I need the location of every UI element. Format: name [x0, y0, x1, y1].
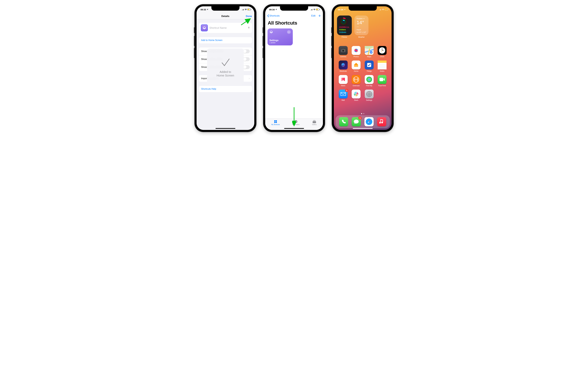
- screen: 09:34 Shortcuts Edit + All Shortcuts: [265, 6, 323, 130]
- location-icon: [363, 18, 365, 19]
- app-messages[interactable]: 5: [352, 117, 361, 126]
- badge: 5: [345, 89, 348, 92]
- app-icon: [352, 89, 361, 99]
- toggle-switch[interactable]: [243, 49, 250, 53]
- app-icon: 5: [339, 89, 348, 99]
- help-button[interactable]: Shortcuts Help: [199, 86, 252, 92]
- back-label: Shortcuts: [269, 14, 280, 17]
- svg-rect-37: [354, 65, 358, 67]
- svg-point-18: [345, 50, 345, 50]
- weather-widget[interactable]: Radlett 14° 〰 Haze H:23° L:12°: [354, 15, 368, 35]
- app-label: Camera: [340, 56, 346, 58]
- shortcut-card[interactable]: ••• Settings 1 action: [268, 28, 293, 45]
- svg-rect-6: [313, 120, 315, 121]
- app-facetime[interactable]: FaceTime: [376, 75, 389, 87]
- shortcut-glyph-icon[interactable]: [201, 24, 208, 31]
- page-dots[interactable]: [334, 113, 392, 114]
- app-label: Settings: [366, 99, 372, 101]
- app-news[interactable]: News: [337, 75, 350, 87]
- app-mail[interactable]: 5Mail: [337, 89, 350, 101]
- svg-point-36: [385, 50, 385, 51]
- app-find-my[interactable]: Find My: [363, 75, 376, 87]
- home-indicator[interactable]: [353, 128, 373, 129]
- home-indicator[interactable]: [216, 128, 235, 129]
- shortcut-name-input[interactable]: [210, 26, 246, 30]
- app-clock[interactable]: Clock: [376, 46, 389, 58]
- app-icon: [339, 75, 348, 84]
- app-things[interactable]: Things: [363, 61, 376, 72]
- phone-home-screen: 09:34: [332, 4, 394, 132]
- app-icon: [378, 46, 387, 55]
- screen: 09:34: [334, 6, 392, 130]
- app-photos[interactable]: Photos: [350, 46, 363, 58]
- svg-rect-53: [356, 92, 357, 94]
- chevron-left-icon: [267, 14, 269, 17]
- add-to-home-button[interactable]: Add to Home Screen: [199, 37, 252, 44]
- status-time: 09:33: [200, 8, 206, 11]
- app-icon: [352, 61, 361, 69]
- dictate-icon[interactable]: [248, 26, 250, 30]
- tab-my-shortcuts[interactable]: My Shortcuts: [271, 120, 280, 125]
- svg-rect-51: [379, 78, 383, 81]
- annotation-arrow: [241, 18, 252, 26]
- location-icon: [207, 9, 208, 10]
- weather-temp: 14°: [357, 20, 366, 25]
- app-label: Clock: [380, 56, 384, 58]
- app-label: Things: [367, 70, 372, 72]
- back-button[interactable]: Shortcuts: [267, 14, 280, 17]
- svg-point-33: [382, 48, 382, 48]
- app-notes[interactable]: Notes: [376, 61, 389, 72]
- app-label: Mail: [342, 99, 345, 101]
- home-indicator[interactable]: [284, 128, 304, 129]
- svg-rect-3: [274, 122, 275, 123]
- app-label: News: [341, 85, 345, 87]
- screen: 09:33 Details Done: [197, 6, 254, 130]
- app-settings[interactable]: Settings: [363, 89, 376, 101]
- app-icon: [352, 75, 361, 84]
- edit-button[interactable]: Edit: [311, 14, 315, 17]
- add-button[interactable]: +: [318, 15, 321, 17]
- app-icon: [378, 61, 387, 69]
- wifi-icon: [313, 9, 315, 10]
- notch: [280, 6, 308, 11]
- app-icon: [352, 46, 361, 55]
- done-button[interactable]: Done: [246, 15, 252, 18]
- app-icon: [339, 61, 348, 69]
- signal-icon: [379, 9, 381, 10]
- svg-rect-54: [354, 94, 356, 95]
- app-overcast[interactable]: Overcast: [350, 75, 363, 87]
- toast-text: Added to Home Screen: [217, 70, 234, 77]
- gallery-icon: [312, 120, 316, 123]
- app-home[interactable]: Home: [350, 61, 363, 72]
- app-safari[interactable]: [364, 117, 374, 126]
- annotation-arrow: [292, 107, 296, 127]
- app-shortcuts[interactable]: Shortcuts: [337, 61, 350, 72]
- svg-point-58: [357, 92, 358, 93]
- page-title: Details: [221, 15, 230, 18]
- toggle-switch[interactable]: [243, 57, 250, 61]
- badge: 5: [358, 116, 362, 120]
- app-icon: [364, 117, 374, 126]
- app-label: Photos: [354, 56, 359, 58]
- tab-label: My Shortcuts: [271, 124, 280, 125]
- app-phone[interactable]: [339, 117, 348, 126]
- tab-gallery[interactable]: Gallery: [312, 120, 317, 125]
- svg-point-60: [357, 95, 358, 96]
- notch: [211, 6, 240, 11]
- grid-icon: [273, 120, 278, 123]
- app-grid: CameraPhotosMapsClockShortcutsHomeThings…: [337, 46, 389, 101]
- app-music[interactable]: [377, 117, 386, 126]
- svg-rect-39: [378, 61, 387, 63]
- app-slack[interactable]: Slack: [350, 89, 363, 101]
- added-home-toast: Added to Home Screen: [207, 49, 244, 85]
- battery-icon: [316, 9, 319, 10]
- app-icon: [378, 75, 387, 84]
- toggle-switch[interactable]: [243, 65, 250, 69]
- app-maps[interactable]: Maps: [363, 46, 376, 58]
- nav-bar: Shortcuts Edit +: [265, 13, 323, 19]
- app-label: Slack: [354, 99, 358, 101]
- app-label: Overcast: [353, 85, 359, 87]
- more-icon[interactable]: •••: [287, 30, 291, 34]
- fitness-widget[interactable]: 23/300KCAL 0/30MIN 1/12HRS: [337, 15, 352, 35]
- app-camera[interactable]: Camera: [337, 46, 350, 58]
